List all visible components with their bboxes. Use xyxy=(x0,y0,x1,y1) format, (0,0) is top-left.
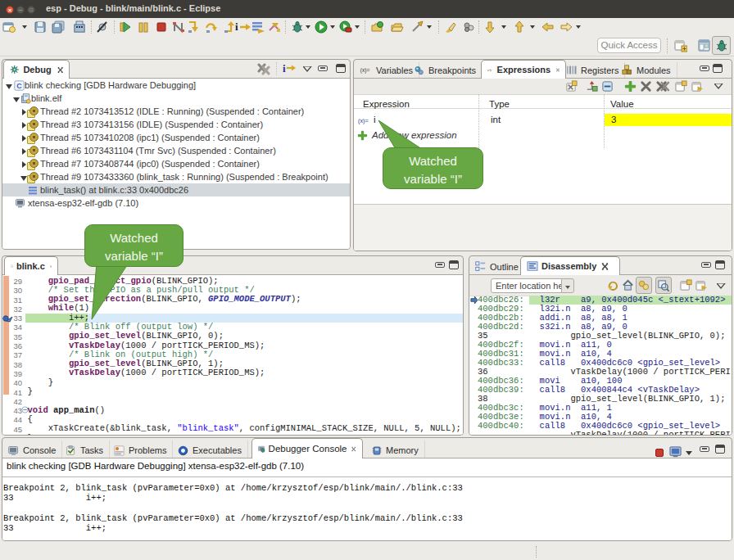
svg-text:x⁺y: x⁺y xyxy=(487,68,492,71)
svg-text:(x)=: (x)= xyxy=(358,117,369,124)
svg-text:(x)=: (x)= xyxy=(360,67,370,74)
svg-text:C: C xyxy=(16,82,22,90)
